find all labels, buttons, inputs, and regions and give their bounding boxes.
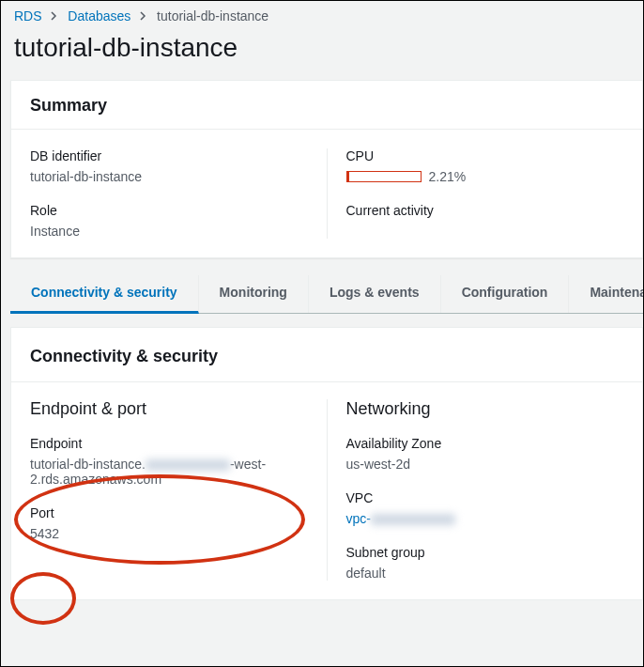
tab-maintenance[interactable]: Maintenanc (569, 275, 644, 313)
vpc-link[interactable]: vpc- (346, 511, 624, 526)
breadcrumb-parent[interactable]: Databases (68, 8, 130, 23)
summary-heading: Summary (30, 96, 623, 116)
endpoint-label: Endpoint (30, 436, 308, 451)
current-activity-label: Current activity (346, 203, 624, 218)
db-identifier-value: tutorial-db-instance (30, 169, 308, 184)
az-label: Availability Zone (346, 436, 624, 451)
chevron-right-icon (51, 8, 58, 23)
cpu-label: CPU (346, 148, 624, 163)
redacted-text (371, 514, 455, 525)
cpu-percent: 2.21% (429, 169, 467, 184)
port-label: Port (30, 505, 308, 520)
role-value: Instance (30, 224, 308, 239)
tab-configuration[interactable]: Configuration (441, 275, 570, 313)
networking-section: Networking (346, 399, 624, 419)
redacted-text (146, 459, 230, 471)
breadcrumb-root[interactable]: RDS (14, 8, 42, 23)
tab-monitoring[interactable]: Monitoring (199, 275, 309, 313)
vpc-label: VPC (346, 490, 624, 505)
cpu-bar (346, 171, 422, 182)
breadcrumb: RDS Databases tutorial-db-instance (1, 1, 643, 29)
tab-logs-events[interactable]: Logs & events (309, 275, 441, 313)
port-value: 5432 (30, 526, 308, 541)
breadcrumb-current: tutorial-db-instance (157, 8, 268, 23)
connectivity-panel: Connectivity & security Endpoint & port … (10, 327, 643, 600)
summary-panel: Summary DB identifier tutorial-db-instan… (10, 80, 643, 258)
db-identifier-label: DB identifier (30, 148, 308, 163)
page-title: tutorial-db-instance (1, 29, 643, 80)
role-label: Role (30, 203, 308, 218)
endpoint-value: tutorial-db-instance.-west-2.rds.amazona… (30, 457, 308, 487)
subnet-label: Subnet group (346, 545, 624, 560)
tabs: Connectivity & security Monitoring Logs … (10, 275, 643, 314)
endpoint-port-section: Endpoint & port (30, 399, 308, 419)
az-value: us-west-2d (346, 457, 624, 472)
subnet-value: default (346, 566, 624, 581)
chevron-right-icon (140, 8, 147, 23)
tab-connectivity[interactable]: Connectivity & security (10, 275, 199, 314)
connectivity-heading: Connectivity & security (30, 347, 623, 366)
